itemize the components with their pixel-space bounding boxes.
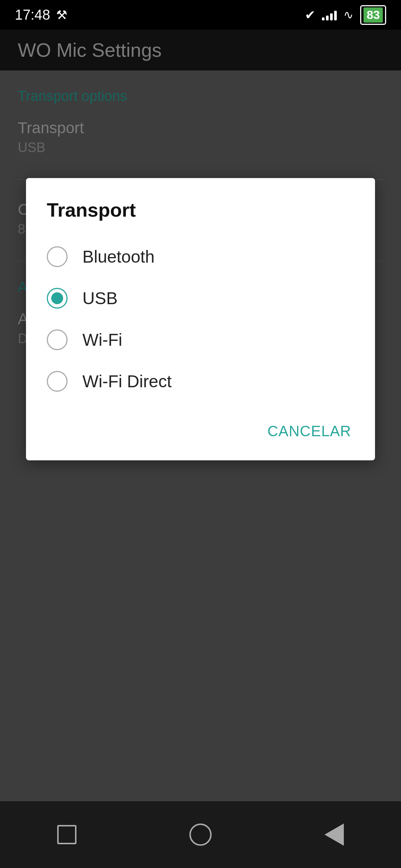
signal-bars (322, 9, 337, 20)
dialog-title: Transport (47, 199, 354, 221)
bluetooth-radio-label: Bluetooth (82, 247, 154, 267)
wifi-option[interactable]: Wi-Fi (47, 319, 354, 361)
wifi-icon: ∿ (343, 8, 353, 22)
transport-dialog: Transport Bluetooth USB Wi-Fi Wi-Fi Dire… (26, 178, 375, 460)
bottom-navigation (0, 801, 401, 868)
wifi-direct-radio-label: Wi-Fi Direct (82, 371, 172, 391)
bluetooth-radio-circle[interactable] (47, 246, 68, 267)
usb-radio-label: USB (82, 288, 118, 308)
transport-radio-group: Bluetooth USB Wi-Fi Wi-Fi Direct (47, 236, 354, 402)
clock-time: 17:48 (15, 7, 50, 23)
bluetooth-icon: ✔ (305, 7, 315, 22)
usb-radio-circle[interactable] (47, 288, 68, 309)
status-time-area: 17:48 ⚒ (15, 7, 67, 23)
wifi-radio-circle[interactable] (47, 329, 68, 350)
bluetooth-option[interactable]: Bluetooth (47, 236, 354, 277)
dialog-actions: CANCELAR (47, 417, 354, 445)
cancel-button[interactable]: CANCELAR (264, 417, 354, 445)
home-button[interactable] (182, 820, 219, 849)
alarm-icon: ⚒ (56, 7, 67, 22)
battery-indicator: 83 (360, 5, 386, 25)
status-bar: 17:48 ⚒ ✔ ∿ 83 (0, 0, 401, 30)
usb-option[interactable]: USB (47, 277, 354, 319)
square-icon (57, 825, 76, 844)
wifi-direct-radio-circle[interactable] (47, 371, 68, 392)
back-icon (325, 823, 344, 846)
wifi-radio-label: Wi-Fi (82, 330, 122, 350)
back-button[interactable] (316, 820, 353, 849)
status-icons: ✔ ∿ 83 (305, 5, 386, 25)
recent-apps-button[interactable] (48, 820, 85, 849)
battery-level: 83 (363, 7, 383, 23)
home-icon (189, 823, 212, 846)
wifi-direct-option[interactable]: Wi-Fi Direct (47, 361, 354, 402)
